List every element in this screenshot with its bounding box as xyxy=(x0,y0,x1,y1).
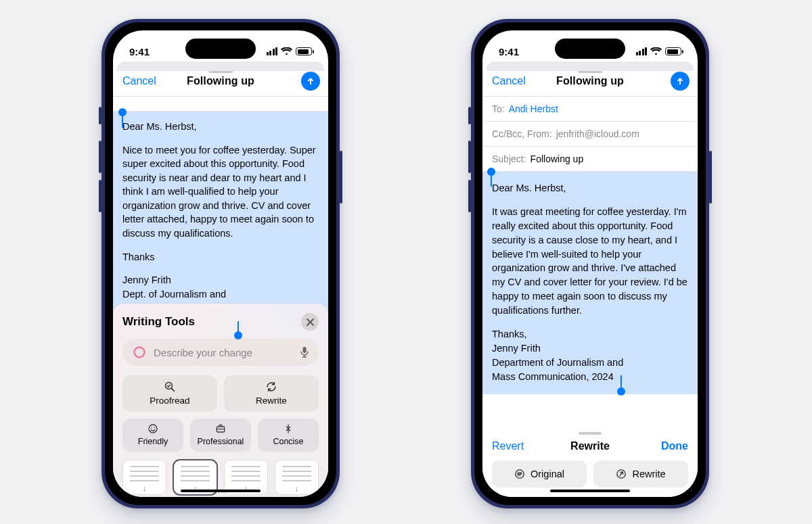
rewrite-button[interactable]: Rewrite xyxy=(224,375,319,412)
compose-content: Dear Ms. Herbst, Nice to meet you for co… xyxy=(113,97,328,497)
compose-title: Following up xyxy=(556,75,624,87)
describe-placeholder: Describe your change xyxy=(154,347,293,358)
original-button[interactable]: Original xyxy=(492,460,587,487)
proofread-label: Proofread xyxy=(150,396,189,406)
email-body-selected[interactable]: Dear Ms. Herbst, It was great meeting fo… xyxy=(482,172,698,394)
body-greeting: Dear Ms. Herbst, xyxy=(122,120,319,134)
phone-left: 9:41 Cancel Following up xyxy=(102,19,340,508)
concise-label: Concise xyxy=(273,437,303,446)
subject-label: Subject: xyxy=(492,153,526,164)
body-paragraph: Nice to meet you for coffee yesterday. S… xyxy=(122,143,319,241)
selection-end-stem xyxy=(621,375,622,387)
selection-start-stem xyxy=(122,116,123,128)
close-button[interactable] xyxy=(301,313,319,331)
ccbcc-label: Cc/Bcc, From: xyxy=(492,128,552,139)
svg-rect-1 xyxy=(303,347,307,353)
cancel-button[interactable]: Cancel xyxy=(492,75,526,87)
format-thumb-4[interactable]: ↓ xyxy=(275,460,319,495)
selection-end-handle[interactable] xyxy=(617,387,625,396)
power-button[interactable] xyxy=(340,151,342,204)
compose-sheet: Cancel Following up To: Andi Herbst Cc/B… xyxy=(482,66,698,497)
selection-start-stem xyxy=(491,174,492,187)
magnifier-check-icon xyxy=(164,381,176,393)
friendly-button[interactable]: Friendly xyxy=(122,419,183,452)
stage: 9:41 Cancel Following up xyxy=(0,0,812,524)
cellular-icon xyxy=(267,47,278,55)
mute-switch[interactable] xyxy=(468,107,471,124)
professional-button[interactable]: Professional xyxy=(190,419,251,452)
svg-point-3 xyxy=(149,425,157,433)
body-paragraph: It was great meeting for coffee yesterda… xyxy=(492,205,688,318)
bezel: 9:41 Cancel Following up xyxy=(105,22,336,505)
compose-sheet: Cancel Following up Dear Ms. Herbst, Nic… xyxy=(113,66,328,497)
status-time: 9:41 xyxy=(499,46,519,57)
subject-value: Following up xyxy=(531,153,584,164)
selection-end-handle[interactable] xyxy=(234,331,242,339)
wifi-icon xyxy=(650,47,662,55)
wifi-icon xyxy=(281,47,292,55)
screen-right: 9:41 Cancel Following up xyxy=(482,30,698,497)
rewrite-again-label: Rewrite xyxy=(632,469,665,479)
arrow-up-icon xyxy=(675,76,685,86)
proofread-button[interactable]: Proofread xyxy=(122,375,217,412)
svg-point-0 xyxy=(135,348,145,358)
send-button[interactable] xyxy=(671,72,690,91)
battery-icon xyxy=(296,47,312,55)
phone-right: 9:41 Cancel Following up xyxy=(471,19,709,508)
home-indicator[interactable] xyxy=(550,490,630,493)
describe-change-input[interactable]: Describe your change xyxy=(122,339,319,366)
arrow-up-icon xyxy=(306,76,315,86)
rewrite-cycle-icon xyxy=(616,469,627,479)
home-indicator[interactable] xyxy=(181,490,261,493)
done-button[interactable]: Done xyxy=(649,440,688,452)
microphone-icon[interactable] xyxy=(300,346,309,358)
concise-button[interactable]: Concise xyxy=(258,419,319,452)
to-row[interactable]: To: Andi Herbst xyxy=(482,97,698,122)
cancel-button[interactable]: Cancel xyxy=(122,75,156,87)
status-icons xyxy=(636,47,682,55)
status-time: 9:41 xyxy=(129,46,150,57)
collapsed-header-row[interactable] xyxy=(113,97,328,112)
volume-up-button[interactable] xyxy=(99,141,102,173)
friendly-label: Friendly xyxy=(138,437,168,446)
body-signature-name: Jenny Frith xyxy=(122,275,171,285)
mute-switch[interactable] xyxy=(99,107,102,124)
original-label: Original xyxy=(531,469,564,479)
to-label: To: xyxy=(492,103,505,114)
body-greeting: Dear Ms. Herbst, xyxy=(492,181,688,195)
svg-point-5 xyxy=(154,427,155,429)
cellular-icon xyxy=(636,47,648,55)
body-signature-line2: Department of Journalism and xyxy=(492,357,623,368)
dynamic-island xyxy=(555,39,625,59)
result-grabber[interactable] xyxy=(579,432,602,435)
briefcase-icon xyxy=(215,423,226,434)
volume-down-button[interactable] xyxy=(468,180,471,212)
original-lines-icon xyxy=(514,469,525,479)
email-body-selected[interactable]: Dear Ms. Herbst, Nice to meet you for co… xyxy=(113,112,328,325)
body-signature-line3: Mass Communication, 2024 xyxy=(492,371,614,382)
rewrite-again-button[interactable]: Rewrite xyxy=(593,460,688,487)
collapse-icon xyxy=(283,423,294,434)
ccbcc-row[interactable]: Cc/Bcc, From: jenfrith@icloud.com xyxy=(482,122,698,147)
close-icon xyxy=(307,318,314,326)
svg-point-4 xyxy=(151,427,152,429)
rewrite-result-bar: Revert Rewrite Done Original xyxy=(482,424,698,497)
revert-button[interactable]: Revert xyxy=(492,440,531,452)
send-button[interactable] xyxy=(301,72,320,91)
volume-down-button[interactable] xyxy=(99,180,102,212)
volume-up-button[interactable] xyxy=(468,141,471,173)
to-value: Andi Herbst xyxy=(509,103,558,114)
format-thumb-1[interactable]: ↓ xyxy=(122,460,166,495)
body-signature-line2: Dept. of Journalism and xyxy=(122,289,226,300)
battery-icon xyxy=(665,47,681,55)
body-thanks: Thanks, xyxy=(492,329,527,339)
screen-left: 9:41 Cancel Following up xyxy=(113,30,328,497)
subject-row[interactable]: Subject: Following up xyxy=(482,147,698,172)
professional-label: Professional xyxy=(198,437,244,446)
smile-icon xyxy=(148,423,158,434)
power-button[interactable] xyxy=(709,151,712,204)
dynamic-island xyxy=(185,39,256,59)
from-value: jenfrith@icloud.com xyxy=(556,128,639,139)
status-icons xyxy=(267,47,313,55)
compose-title: Following up xyxy=(187,75,254,87)
